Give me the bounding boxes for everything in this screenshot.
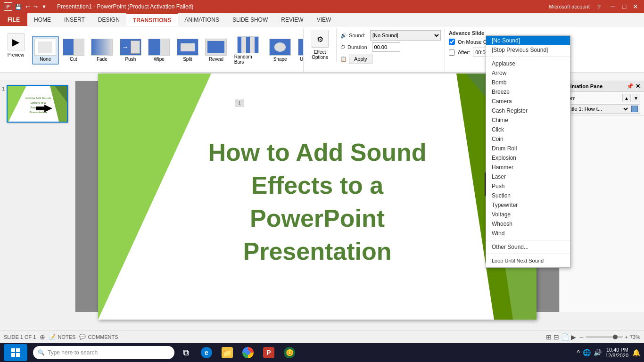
right-panel-pin[interactable]: 📌 bbox=[627, 83, 634, 90]
arrow-up-button[interactable]: ▲ bbox=[622, 94, 631, 102]
extra-app-button[interactable]: 😊 bbox=[280, 344, 299, 361]
tab-home[interactable]: HOME bbox=[27, 13, 58, 26]
tab-insert[interactable]: INSERT bbox=[58, 13, 91, 26]
search-placeholder: Type here to search bbox=[48, 349, 98, 356]
undo-icon[interactable]: ↩ bbox=[25, 4, 30, 10]
dropdown-loop-until-next[interactable]: Loop Until Next Sound bbox=[486, 256, 570, 265]
date-display: 12/8/2020 bbox=[605, 353, 628, 358]
tab-animations[interactable]: ANIMATIONS bbox=[178, 13, 226, 26]
status-right: ⊞ ⊟ 📄 ▶ ─ + 73% bbox=[546, 333, 640, 341]
status-bar: SLIDE 1 OF 1 ⊕ 📝 NOTES 💬 COMMENTS ⊞ ⊟ 📄 … bbox=[0, 330, 644, 343]
animation-from-row: From ▲ ▼ Title 1: How t... bbox=[560, 92, 644, 116]
network-icon[interactable]: 🌐 bbox=[583, 349, 591, 356]
dropdown-item-bomb[interactable]: Bomb bbox=[486, 78, 570, 87]
zoom-out-icon[interactable]: ─ bbox=[580, 334, 584, 340]
transition-push[interactable]: → Push bbox=[117, 36, 145, 64]
preview-button[interactable]: ▶ Preview bbox=[8, 33, 25, 58]
normal-view-icon[interactable]: ⊞ bbox=[546, 333, 552, 341]
explorer-button[interactable]: 📁 bbox=[218, 344, 237, 361]
taskbar-time[interactable]: 10:40 PM 12/8/2020 bbox=[605, 347, 628, 358]
zoom-percent[interactable]: 73% bbox=[630, 334, 640, 340]
comments-button[interactable]: 💬 COMMENTS bbox=[79, 334, 118, 340]
dropdown-item-drum-roll[interactable]: Drum Roll bbox=[486, 144, 570, 153]
edge-button[interactable]: e bbox=[197, 344, 216, 361]
transition-split[interactable]: Split bbox=[174, 36, 202, 64]
presentation-view-icon[interactable]: ▶ bbox=[571, 333, 576, 341]
reading-view-icon[interactable]: 📄 bbox=[561, 333, 569, 341]
zoom-slider[interactable] bbox=[586, 336, 623, 338]
dropdown-item-other-sound[interactable]: Other Sound... bbox=[486, 242, 570, 252]
chrome-button[interactable] bbox=[239, 344, 257, 361]
transition-cut[interactable]: Cut bbox=[60, 36, 88, 64]
dropdown-item-explosion[interactable]: Explosion bbox=[486, 153, 570, 163]
search-bar[interactable]: 🔍 Type here to search bbox=[33, 346, 174, 359]
after-checkbox[interactable] bbox=[449, 49, 455, 56]
minimize-button[interactable]: ─ bbox=[608, 2, 618, 11]
tab-slideshow[interactable]: SLIDE SHOW bbox=[226, 13, 274, 26]
dropdown-item-voltage[interactable]: Voltage bbox=[486, 210, 570, 219]
save-icon[interactable]: 💾 bbox=[15, 4, 22, 10]
on-click-checkbox[interactable] bbox=[449, 39, 455, 45]
notification-icon[interactable]: 🔔 bbox=[632, 349, 640, 356]
dropdown-item-no-sound[interactable]: [No Sound] bbox=[486, 36, 570, 45]
transition-none[interactable]: None bbox=[32, 36, 59, 65]
arrow-down-button[interactable]: ▼ bbox=[632, 94, 640, 102]
transition-uncover[interactable]: Uncover bbox=[295, 36, 304, 64]
redo-icon[interactable]: ↪ bbox=[33, 4, 38, 10]
sound-duration-group: 🔊 Sound: [No Sound] ⏱ Duration 📋 Apply bbox=[337, 28, 445, 72]
effect-options-button[interactable]: ⚙ EffectOptions bbox=[312, 31, 329, 60]
tab-view[interactable]: VIEW bbox=[310, 13, 338, 26]
restore-button[interactable]: □ bbox=[619, 2, 629, 11]
tab-review[interactable]: REVIEW bbox=[274, 13, 310, 26]
slide-info-icon[interactable]: ⊕ bbox=[40, 333, 45, 341]
dropdown-item-arrow[interactable]: Arrow bbox=[486, 68, 570, 78]
transition-reveal[interactable]: Reveal bbox=[202, 36, 230, 64]
slide-thumbnail[interactable]: How to Add Sound Effects to a PowerPoint… bbox=[7, 85, 68, 123]
customize-icon[interactable]: ▼ bbox=[41, 4, 47, 9]
transition-shape[interactable]: Shape bbox=[266, 36, 294, 64]
duration-label: Duration bbox=[347, 44, 367, 50]
start-button[interactable] bbox=[4, 344, 27, 361]
zoom-in-icon[interactable]: + bbox=[625, 334, 628, 340]
speaker-icon[interactable]: 🔊 bbox=[594, 349, 602, 356]
dropdown-item-applause[interactable]: Applause bbox=[486, 59, 570, 68]
account-label[interactable]: Microsoft account bbox=[549, 4, 590, 9]
close-button[interactable]: ✕ bbox=[631, 2, 640, 11]
tab-design[interactable]: DESIGN bbox=[91, 13, 126, 26]
transition-fade[interactable]: Fade bbox=[88, 36, 116, 64]
dropdown-item-coin[interactable]: Coin bbox=[486, 134, 570, 144]
dropdown-item-laser[interactable]: Laser bbox=[486, 172, 570, 181]
apply-button[interactable]: Apply bbox=[349, 54, 372, 64]
dropdown-item-cash-register[interactable]: Cash Register bbox=[486, 106, 570, 115]
dropdown-item-chime[interactable]: Chime bbox=[486, 115, 570, 125]
duration-input[interactable] bbox=[372, 42, 400, 52]
comments-label: COMMENTS bbox=[88, 334, 118, 340]
transition-random-bars[interactable]: Random Bars bbox=[231, 34, 265, 67]
dropdown-item-hammer[interactable]: Hammer bbox=[486, 163, 570, 172]
dropdown-item-whoosh[interactable]: Whoosh bbox=[486, 219, 570, 229]
tab-file[interactable]: FILE bbox=[0, 13, 27, 26]
task-view-button[interactable]: ⧉ bbox=[176, 344, 195, 361]
up-arrow-icon[interactable]: ^ bbox=[577, 349, 580, 356]
slide-thumb-svg: How to Add Sound Effects to a PowerPoint… bbox=[8, 86, 68, 123]
transition-wipe[interactable]: Wipe bbox=[145, 36, 173, 64]
title-select[interactable]: Title 1: How t... bbox=[566, 106, 629, 112]
slide-sorter-icon[interactable]: ⊟ bbox=[553, 333, 559, 341]
powerpoint-taskbar-button[interactable]: P bbox=[259, 344, 278, 361]
dropdown-item-push[interactable]: Push bbox=[486, 181, 570, 191]
dropdown-item-wind[interactable]: Wind bbox=[486, 229, 570, 238]
sound-select[interactable]: [No Sound] bbox=[370, 30, 441, 41]
powerpoint-icon: P bbox=[4, 2, 12, 11]
view-buttons: ⊞ ⊟ 📄 ▶ bbox=[546, 333, 576, 341]
dropdown-item-breeze[interactable]: Breeze bbox=[486, 87, 570, 97]
help-icon[interactable]: ? bbox=[597, 3, 601, 10]
dropdown-item-stop-previous[interactable]: [Stop Previous Sound] bbox=[486, 45, 570, 55]
right-panel-close[interactable]: ✕ bbox=[636, 83, 640, 90]
dropdown-item-typewriter[interactable]: Typewriter bbox=[486, 200, 570, 210]
slide-thumb-number: 1 bbox=[2, 86, 5, 91]
tab-transitions[interactable]: TRANSITIONS bbox=[126, 13, 178, 26]
dropdown-item-click[interactable]: Click bbox=[486, 125, 570, 134]
dropdown-item-camera[interactable]: Camera bbox=[486, 97, 570, 106]
dropdown-item-suction[interactable]: Suction bbox=[486, 191, 570, 200]
notes-button[interactable]: 📝 NOTES bbox=[49, 334, 75, 340]
